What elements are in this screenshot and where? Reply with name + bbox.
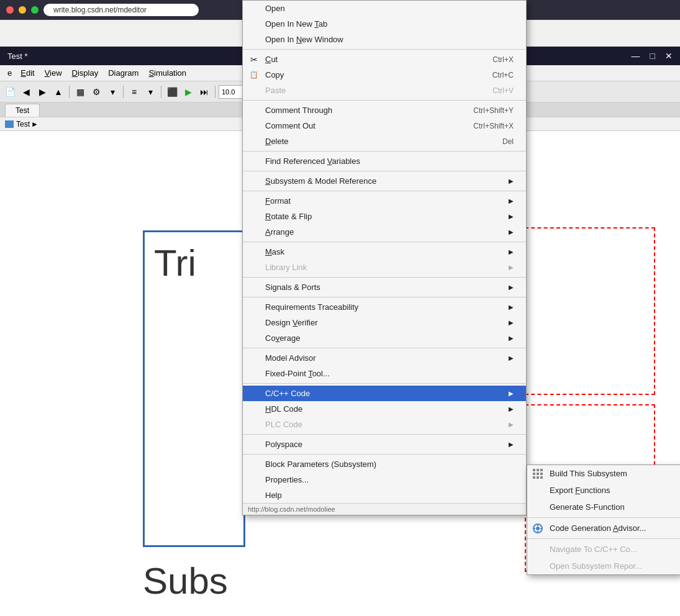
tab-test[interactable]: Test bbox=[5, 104, 40, 117]
build-icon bbox=[531, 467, 545, 481]
navigate-label: Navigate To C/C++ Co... bbox=[550, 545, 637, 554]
menu-item-model-advisor[interactable]: Model Advisor ▶ bbox=[243, 350, 526, 366]
codegen-advisor-label: Code Generation Advisor... bbox=[550, 523, 646, 533]
toolbar-up[interactable]: ▲ bbox=[51, 84, 66, 99]
plc-code-arrow: ▶ bbox=[509, 421, 514, 428]
menu-item-delete[interactable]: Delete Del bbox=[243, 134, 526, 149]
requirements-arrow: ▶ bbox=[509, 304, 514, 310]
divider-7 bbox=[243, 277, 526, 278]
sep1 bbox=[69, 86, 70, 98]
divider-9 bbox=[243, 348, 526, 348]
submenu-item-navigate[interactable]: Navigate To C/C++ Co... bbox=[527, 541, 680, 558]
menu-item-cut[interactable]: ✂ Cut Ctrl+X bbox=[243, 52, 526, 67]
menu-item-mask[interactable]: Mask ▶ bbox=[243, 244, 526, 260]
submenu-item-generate-sfunc[interactable]: Generate S-Function bbox=[527, 499, 680, 515]
toolbar-play[interactable]: ▶ bbox=[181, 84, 196, 99]
generate-sfunc-label: Generate S-Function bbox=[550, 502, 670, 512]
menu-item-polyspace[interactable]: Polyspace ▶ bbox=[243, 437, 526, 452]
comment-through-label: Comment Through bbox=[265, 106, 448, 115]
toolbar-stop[interactable]: ⬛ bbox=[165, 84, 179, 99]
menu-item-comment-through[interactable]: Comment Through Ctrl+Shift+Y bbox=[243, 102, 526, 118]
menu-e[interactable]: e bbox=[5, 67, 14, 79]
codegen-icon bbox=[531, 522, 545, 535]
submenu-item-build[interactable]: Build This Subsystem bbox=[527, 465, 680, 482]
subsystem-block[interactable]: Tri bbox=[143, 230, 245, 547]
browser-min[interactable] bbox=[19, 6, 26, 14]
coverage-label: Coverage bbox=[265, 333, 504, 343]
menu-item-coverage[interactable]: Coverage ▶ bbox=[243, 330, 526, 346]
menu-item-copy[interactable]: 📋 Copy Ctrl+C bbox=[243, 67, 526, 83]
menu-statusbar: http://blog.csdn.net/modoliee bbox=[243, 503, 526, 515]
menu-item-requirements[interactable]: Requirements Traceability ▶ bbox=[243, 299, 526, 315]
toolbar-dropdown1[interactable]: ▾ bbox=[105, 84, 120, 99]
find-vars-label: Find Referenced Variables bbox=[265, 156, 514, 166]
menu-item-design-verifier[interactable]: Design Verifier ▶ bbox=[243, 315, 526, 330]
toolbar-blocks[interactable]: ▦ bbox=[73, 84, 88, 99]
cpp-code-label: C/C++ Code bbox=[265, 389, 504, 398]
browser-max[interactable] bbox=[31, 6, 39, 14]
mask-arrow: ▶ bbox=[509, 248, 514, 255]
menu-item-open[interactable]: Open bbox=[243, 1, 526, 16]
copy-icon: 📋 bbox=[248, 69, 260, 81]
submenu-item-open-report[interactable]: Open Subsystem Repor... bbox=[527, 558, 680, 574]
toolbar-back[interactable]: ◀ bbox=[19, 84, 34, 99]
browser-close[interactable] bbox=[6, 6, 14, 14]
divider-8 bbox=[243, 297, 526, 297]
menu-item-format[interactable]: Format ▶ bbox=[243, 193, 526, 209]
svg-point-10 bbox=[536, 527, 540, 530]
menu-cut-label: Cut bbox=[265, 55, 468, 64]
rotate-flip-arrow: ▶ bbox=[509, 213, 514, 220]
toolbar-step[interactable]: ⏭ bbox=[197, 84, 212, 99]
maximize-btn[interactable]: □ bbox=[650, 51, 655, 61]
menu-item-paste[interactable]: Paste Ctrl+V bbox=[243, 83, 526, 98]
menu-edit[interactable]: Edit bbox=[17, 67, 38, 79]
menu-item-signals-ports[interactable]: Signals & Ports ▶ bbox=[243, 279, 526, 295]
plc-code-label: PLC Code bbox=[265, 420, 504, 429]
menu-item-block-params[interactable]: Block Parameters (Subsystem) bbox=[243, 456, 526, 472]
menu-item-arrange[interactable]: Arrange ▶ bbox=[243, 224, 526, 240]
toolbar-new[interactable]: 📄 bbox=[2, 84, 17, 99]
menu-item-fixed-point[interactable]: Fixed-Point Tool... bbox=[243, 366, 526, 381]
svg-rect-8 bbox=[540, 476, 543, 479]
menu-item-open-window[interactable]: Open In New Window bbox=[243, 32, 526, 47]
close-btn[interactable]: ✕ bbox=[665, 51, 673, 61]
menu-item-subsystem-ref[interactable]: Subsystem & Model Reference ▶ bbox=[243, 173, 526, 189]
design-verifier-arrow: ▶ bbox=[509, 319, 514, 326]
toolbar-settings[interactable]: ⚙ bbox=[89, 84, 104, 99]
menu-item-cpp-code[interactable]: C/C++ Code ▶ bbox=[243, 386, 526, 401]
menu-view[interactable]: View bbox=[41, 67, 66, 79]
submenu-item-codegen-advisor[interactable]: Code Generation Advisor... bbox=[527, 520, 680, 537]
comment-out-shortcut: Ctrl+Shift+X bbox=[473, 122, 514, 130]
browser-url[interactable]: write.blog.csdn.net/mdeditor bbox=[43, 4, 199, 16]
context-menu: Open Open In New Tab Open In New Window … bbox=[242, 0, 527, 515]
menu-item-properties[interactable]: Properties... bbox=[243, 472, 526, 487]
coverage-arrow: ▶ bbox=[509, 335, 514, 342]
breadcrumb-test[interactable]: Test bbox=[16, 120, 30, 129]
hdl-code-label: HDL Code bbox=[265, 404, 504, 414]
comment-through-shortcut: Ctrl+Shift+Y bbox=[473, 106, 514, 115]
svg-rect-7 bbox=[537, 476, 539, 479]
toolbar-list[interactable]: ≡ bbox=[127, 84, 142, 99]
toolbar-dropdown2[interactable]: ▾ bbox=[143, 84, 158, 99]
menu-item-open-tab[interactable]: Open In New Tab bbox=[243, 16, 526, 32]
menu-item-rotate-flip[interactable]: Rotate & Flip ▶ bbox=[243, 209, 526, 224]
menu-item-library-link[interactable]: Library Link ▶ bbox=[243, 260, 526, 275]
menu-diagram[interactable]: Diagram bbox=[104, 67, 142, 79]
rotate-flip-label: Rotate & Flip bbox=[265, 212, 504, 221]
submenu-divider-2 bbox=[527, 538, 680, 539]
divider-12 bbox=[243, 454, 526, 455]
menu-display[interactable]: Display bbox=[68, 67, 102, 79]
menu-simulation[interactable]: Simulation bbox=[145, 67, 190, 79]
cpp-code-arrow: ▶ bbox=[509, 390, 514, 397]
menu-item-find-vars[interactable]: Find Referenced Variables bbox=[243, 153, 526, 169]
submenu-item-export[interactable]: Export Functions bbox=[527, 482, 680, 499]
model-advisor-label: Model Advisor bbox=[265, 353, 504, 363]
minimize-btn[interactable]: — bbox=[632, 51, 640, 61]
menu-open-label: Open bbox=[265, 4, 514, 13]
comment-out-label: Comment Out bbox=[265, 121, 448, 130]
menu-item-help[interactable]: Help bbox=[243, 487, 526, 503]
menu-item-hdl-code[interactable]: HDL Code ▶ bbox=[243, 401, 526, 417]
menu-item-plc-code[interactable]: PLC Code ▶ bbox=[243, 417, 526, 432]
menu-item-comment-out[interactable]: Comment Out Ctrl+Shift+X bbox=[243, 118, 526, 134]
toolbar-forward[interactable]: ▶ bbox=[35, 84, 50, 99]
